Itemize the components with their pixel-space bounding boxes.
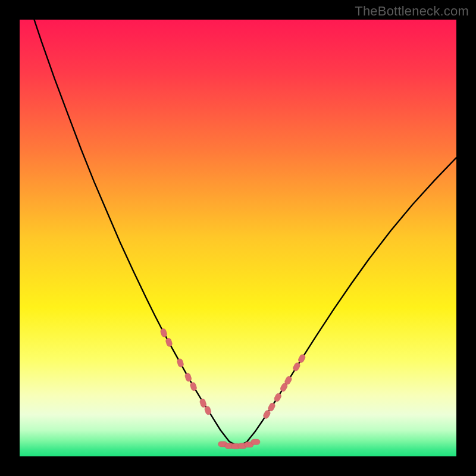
svg-rect-0 <box>20 20 456 456</box>
watermark-text: TheBottleneck.com <box>355 4 469 19</box>
plot-area <box>20 20 456 456</box>
gradient-background <box>20 20 456 456</box>
chart-stage: TheBottleneck.com <box>0 0 476 476</box>
